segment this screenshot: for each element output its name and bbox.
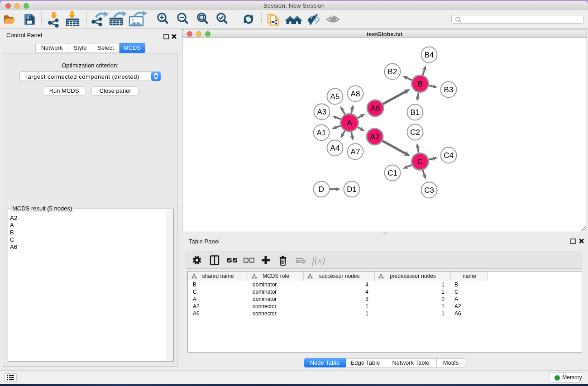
svg-text:B1: B1	[411, 108, 420, 117]
svg-text:D: D	[319, 185, 324, 194]
svg-text:C2: C2	[410, 128, 420, 137]
svg-text:A3: A3	[317, 108, 327, 116]
svg-text:A: A	[347, 119, 352, 127]
svg-text:A1: A1	[317, 129, 326, 137]
svg-text:C3: C3	[424, 186, 434, 195]
svg-text:C1: C1	[387, 169, 397, 177]
svg-text:f(x): f(x)	[312, 255, 325, 266]
svg-text:A6: A6	[371, 104, 380, 113]
svg-text:A7: A7	[351, 148, 360, 156]
svg-text:B2: B2	[388, 67, 397, 76]
svg-text:B3: B3	[444, 86, 454, 94]
svg-text:A5: A5	[330, 92, 340, 101]
svg-text:A4: A4	[330, 144, 340, 152]
svg-text:D1: D1	[347, 185, 357, 194]
svg-text:B4: B4	[425, 51, 434, 59]
svg-text:A8: A8	[351, 90, 360, 98]
svg-text:B: B	[417, 80, 422, 88]
svg-text:C4: C4	[444, 151, 454, 160]
svg-text:C: C	[417, 157, 423, 166]
svg-text:A2: A2	[370, 133, 380, 141]
